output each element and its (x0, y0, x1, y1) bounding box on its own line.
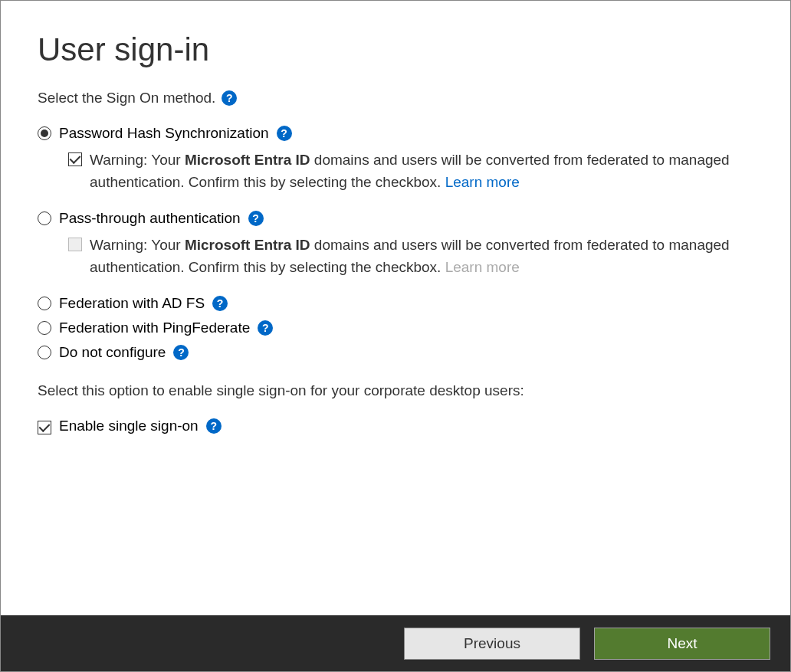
radio-federation-adfs[interactable] (38, 297, 51, 310)
checkbox-pta-confirm (68, 238, 82, 251)
checkbox-enable-sso[interactable] (38, 421, 51, 434)
radio-label-pta: Pass-through authentication (59, 210, 241, 227)
help-icon[interactable]: ? (258, 320, 273, 336)
learn-more-link-disabled: Learn more (445, 259, 520, 275)
sso-label: Enable single sign-on (59, 418, 199, 434)
warning-pta: Warning: Your Microsoft Entra ID domains… (90, 234, 753, 278)
radio-federation-pingfederate[interactable] (38, 321, 51, 335)
radio-pass-through-auth[interactable] (38, 211, 51, 225)
checkbox-phs-confirm[interactable] (68, 152, 82, 166)
sign-on-instruction: Select the Sign On method. (38, 90, 215, 107)
footer-bar: Previous Next (1, 615, 790, 671)
help-icon[interactable]: ? (222, 90, 237, 106)
help-icon[interactable]: ? (206, 418, 222, 434)
radio-password-hash-sync[interactable] (38, 126, 51, 140)
page-title: User sign-in (38, 31, 753, 68)
next-button[interactable]: Next (594, 628, 770, 660)
radio-label-ping: Federation with PingFederate (59, 320, 250, 336)
previous-button[interactable]: Previous (404, 628, 580, 660)
radio-do-not-configure[interactable] (38, 346, 51, 359)
radio-label-adfs: Federation with AD FS (59, 295, 205, 312)
help-icon[interactable]: ? (248, 211, 264, 226)
help-icon[interactable]: ? (173, 345, 189, 360)
learn-more-link[interactable]: Learn more (445, 174, 520, 190)
sso-instruction: Select this option to enable single sign… (38, 382, 753, 399)
radio-label-phs: Password Hash Synchronization (59, 125, 269, 142)
radio-label-none: Do not configure (59, 344, 166, 361)
help-icon[interactable]: ? (277, 126, 292, 141)
help-icon[interactable]: ? (212, 296, 228, 311)
warning-phs: Warning: Your Microsoft Entra ID domains… (90, 149, 753, 193)
